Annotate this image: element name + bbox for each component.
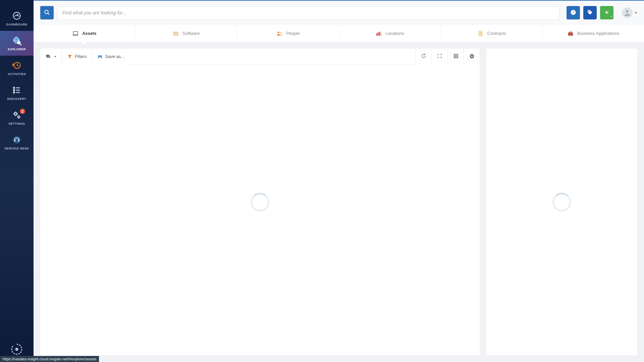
svg-rect-49	[457, 56, 458, 57]
sidebar-item-label: SETTINGS	[8, 122, 25, 125]
svg-point-19	[45, 10, 48, 14]
tab-people[interactable]: People	[237, 25, 339, 42]
svg-line-20	[48, 13, 49, 15]
tab-label: Software	[182, 31, 200, 36]
tab-label: People	[286, 31, 300, 36]
svg-point-32	[280, 32, 281, 33]
saveas-button[interactable]: Save as...	[92, 49, 130, 65]
main-panel: Filters Save as...	[40, 49, 480, 355]
svg-point-53	[471, 55, 473, 57]
list-icon	[12, 85, 22, 95]
filters-button[interactable]: Filters	[62, 49, 92, 65]
svg-rect-48	[455, 56, 456, 57]
left-sidebar: DASHBOARD EXPLORER ACTIVITIES	[0, 0, 34, 362]
clock-history-icon	[12, 60, 22, 70]
svg-line-3	[20, 44, 21, 45]
svg-point-15	[13, 136, 20, 143]
settings-button[interactable]	[464, 49, 480, 65]
sidebar-item-settings[interactable]: 2 SETTINGS	[0, 105, 34, 130]
refresh-button[interactable]	[415, 49, 431, 65]
svg-rect-52	[457, 57, 458, 58]
search-icon	[44, 9, 50, 16]
svg-rect-39	[570, 32, 571, 32]
grid-icon	[453, 53, 459, 60]
sidebar-item-activities[interactable]: ACTIVITIES	[0, 56, 34, 80]
brand-logo-icon	[11, 343, 23, 355]
add-button[interactable]	[600, 6, 613, 19]
refresh-icon	[421, 53, 426, 60]
info-button[interactable]: !	[567, 6, 580, 19]
svg-rect-34	[378, 32, 380, 36]
svg-rect-41	[47, 55, 50, 58]
tab-business-applications[interactable]: Business Applications	[543, 25, 644, 42]
sidebar-item-explorer[interactable]: EXPLORER	[0, 31, 34, 56]
people-icon	[276, 31, 283, 36]
laptop-icon	[72, 31, 79, 36]
svg-rect-45	[455, 54, 456, 55]
notification-badge: 2	[20, 109, 25, 114]
grid-view-button[interactable]	[447, 49, 464, 65]
svg-point-18	[16, 348, 18, 350]
tab-contracts[interactable]: Contracts	[441, 25, 543, 42]
box-icon	[172, 31, 179, 36]
svg-point-31	[278, 32, 279, 33]
svg-point-7	[13, 89, 15, 91]
briefcase-icon	[567, 31, 574, 36]
right-panel	[486, 49, 637, 355]
explorer-tabs: Assets Software People	[34, 25, 644, 42]
sidebar-item-label: DASHBOARD	[6, 23, 28, 26]
sidebar-item-label: DISCOVERY	[7, 97, 26, 101]
svg-rect-42	[99, 55, 101, 56]
funnel-icon	[67, 54, 72, 59]
loading-spinner-icon	[552, 193, 571, 212]
header-actions: !	[567, 6, 613, 19]
plus-icon	[604, 10, 609, 16]
main-toolbar: Filters Save as...	[40, 49, 480, 65]
tab-label: Assets	[82, 31, 97, 36]
sidebar-item-servicedesk[interactable]: SERVICE DESK	[0, 130, 34, 155]
svg-rect-29	[174, 32, 178, 36]
tab-software[interactable]: Software	[136, 25, 237, 42]
filters-label: Filters	[75, 54, 87, 59]
svg-rect-33	[376, 33, 378, 36]
globe-search-icon	[12, 36, 22, 46]
sidebar-item-dashboard[interactable]: DASHBOARD	[0, 6, 34, 31]
user-menu[interactable]	[622, 7, 637, 18]
save-icon	[98, 54, 102, 59]
gauge-icon	[12, 11, 22, 21]
views-dropdown-button[interactable]	[40, 49, 62, 65]
svg-point-14	[18, 116, 19, 118]
svg-point-26	[626, 10, 629, 13]
svg-text:!: !	[573, 10, 574, 14]
search-input[interactable]	[57, 6, 560, 19]
chevron-down-icon	[610, 16, 612, 17]
chevron-down-icon	[635, 12, 637, 14]
svg-point-12	[15, 113, 16, 115]
sidebar-item-label: ACTIVITIES	[8, 72, 26, 76]
tab-assets[interactable]: Assets	[34, 25, 136, 42]
svg-point-23	[589, 11, 590, 12]
svg-rect-16	[14, 140, 15, 141]
saveas-label: Save as...	[105, 54, 124, 59]
svg-rect-38	[568, 32, 573, 36]
info-icon: !	[570, 9, 576, 16]
expand-icon	[437, 53, 442, 60]
tag-button[interactable]	[583, 6, 597, 19]
tab-label: Business Applications	[577, 31, 620, 36]
search-button[interactable]	[40, 6, 54, 19]
sidebar-item-label: SERVICE DESK	[5, 147, 29, 150]
headset-icon	[12, 135, 22, 145]
tab-label: Locations	[385, 31, 404, 36]
sidebar-item-label: EXPLORER	[8, 48, 26, 51]
status-bar-url: https://nasales-insight.cloud.invgate.ne…	[0, 356, 99, 362]
chevron-down-icon	[54, 56, 56, 57]
svg-rect-27	[73, 32, 77, 35]
svg-rect-17	[18, 140, 19, 141]
sidebar-item-discovery[interactable]: DISCOVERY	[0, 80, 34, 105]
gear-icon	[469, 53, 475, 60]
header: !	[34, 1, 644, 25]
content-area: Filters Save as...	[40, 49, 637, 355]
tag-icon	[587, 9, 593, 16]
tab-locations[interactable]: Locations	[339, 25, 441, 42]
expand-button[interactable]	[431, 49, 447, 65]
